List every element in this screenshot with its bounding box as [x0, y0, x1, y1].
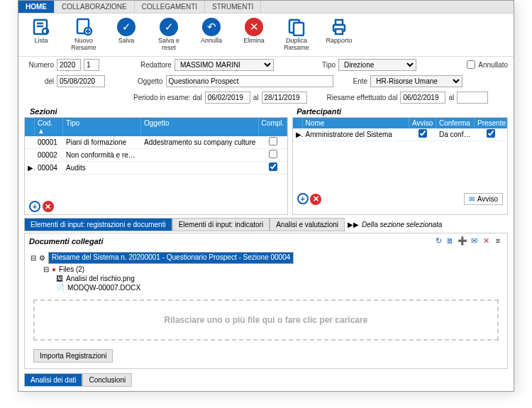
rapporto-button[interactable]: Rapporto [322, 18, 356, 52]
riesame-dal-input[interactable] [400, 92, 445, 104]
numero-label: Numero [24, 61, 54, 69]
elimina-button[interactable]: ✕ Elimina [237, 18, 271, 52]
duplica-button[interactable]: Duplica Riesame [279, 18, 314, 52]
nuovo-riesame-button[interactable]: Nuovo Riesame [67, 18, 101, 52]
table-row[interactable]: ▶ 00004 Audits [25, 162, 287, 175]
riesame-al-input[interactable] [457, 92, 488, 104]
tree-files-folder[interactable]: ⊟ ● Files (2) [43, 265, 501, 274]
row-selector-icon: ▶ [25, 162, 35, 173]
compl-checkbox[interactable] [269, 150, 277, 158]
tab-collegamenti[interactable]: COLLEGAMENTI [135, 1, 205, 13]
label: Nuovo Riesame [67, 38, 101, 52]
tab-home[interactable]: HOME [18, 1, 55, 13]
importa-registrazioni-button[interactable]: Importa Registrazioni [33, 349, 113, 363]
label: Duplica Riesame [279, 38, 314, 52]
al-label-2: al [448, 94, 454, 101]
compl-checkbox[interactable] [269, 137, 277, 145]
subtab-registrazioni[interactable]: Elementi di input: registrazioni e docum… [24, 218, 172, 231]
redattore-label: Redattore [140, 61, 172, 69]
refresh-icon[interactable]: ↻ [433, 236, 443, 246]
table-row[interactable]: ▶ Amministratore del Sistema Da conferm.… [293, 128, 507, 141]
partecipanti-body: ▶ Amministratore del Sistema Da conferm.… [293, 128, 507, 191]
tab-conclusioni[interactable]: Conclusioni [82, 373, 132, 387]
subtab-suffix: Della sezione selezionata [362, 221, 442, 228]
split-panels: Cod. ▲ Tipo Oggetto Compl. 00001 Piani d… [18, 117, 514, 216]
avviso-button[interactable]: ✉ Avviso [464, 193, 503, 205]
add-partecipante-button[interactable]: + [297, 193, 309, 204]
periodo-dal-input[interactable] [205, 92, 250, 104]
col-oggetto[interactable]: Oggetto [141, 118, 259, 136]
subtab-indicatori[interactable]: Elementi di input: indicatori [172, 218, 270, 231]
compl-checkbox[interactable] [269, 162, 277, 171]
ente-select[interactable]: HR-Risorse Umane [370, 75, 462, 87]
salva-reset-button[interactable]: ✓ Salva e reset [152, 18, 186, 52]
col-conferma[interactable]: Conferma [436, 118, 475, 128]
oggetto-input[interactable] [166, 75, 333, 87]
svg-rect-11 [336, 20, 343, 25]
subtab-analisi[interactable]: Analisi e valutazioni [270, 218, 345, 231]
col-presente[interactable]: Presente [475, 118, 507, 128]
mail-doc-icon[interactable]: ✉ [469, 236, 479, 246]
tab-collaborazione[interactable]: COLLABORAZIONE [55, 1, 135, 13]
label: Elimina [243, 38, 265, 45]
col-tipo[interactable]: Tipo [63, 118, 141, 136]
redattore-select[interactable]: MASSIMO MARINI [174, 59, 274, 71]
presente-checkbox[interactable] [487, 129, 495, 138]
main-tabs: HOME COLLABORAZIONE COLLEGAMENTI STRUMEN… [18, 1, 514, 13]
expand-icon[interactable]: ⊟ [43, 265, 49, 273]
salva-button[interactable]: ✓ Salva [109, 18, 143, 52]
riesame-label: Riesame effettuato dal [327, 94, 398, 101]
tab-strumenti[interactable]: STRUMENTI [205, 1, 261, 13]
ente-label: Ente [353, 77, 368, 85]
print-icon [330, 18, 348, 36]
del-date-input[interactable] [57, 75, 105, 87]
input-subtabs: Elementi di input: registrazioni e docum… [24, 218, 508, 231]
annullato-checkbox[interactable] [467, 60, 475, 69]
document-tree: ⊟ ⚙ Riesame del Sistema n. 20200001 - Qu… [25, 248, 507, 295]
periodo-label: Periodo in esame: dal [133, 94, 202, 101]
tree-file[interactable]: 🖼 Analisi del rischio.png [56, 274, 501, 283]
delete-partecipante-button[interactable]: ✕ [310, 194, 321, 205]
lista-button[interactable]: Lista [24, 18, 58, 52]
bottom-tabs: Analisi dei dati Conclusioni [24, 373, 508, 387]
sezioni-header: Cod. ▲ Tipo Oggetto Compl. [25, 118, 287, 136]
document-plus-icon [74, 18, 93, 36]
file-dropzone[interactable]: Rilasciare uno o più file qui o fare cli… [33, 299, 499, 341]
menu-icon[interactable]: ≡ [493, 236, 503, 246]
periodo-al-input[interactable] [262, 92, 307, 104]
table-row[interactable]: 00001 Piani di formazione Addestramento … [25, 136, 287, 149]
col-avviso[interactable]: Avviso [409, 118, 436, 128]
col-cod[interactable]: Cod. ▲ [35, 118, 63, 136]
annulla-button[interactable]: ↶ Annulla [194, 18, 228, 52]
avviso-checkbox[interactable] [419, 129, 427, 138]
word-file-icon: 📄 [56, 284, 65, 292]
new-doc-icon[interactable]: 🗎 [445, 236, 455, 246]
table-row[interactable]: 00002 Non conformità e recl... [25, 149, 287, 162]
partecipanti-title: Partecipanti [291, 106, 508, 117]
folder-icon: ● [52, 265, 56, 273]
tree-root[interactable]: ⊟ ⚙ Riesame del Sistema n. 20200001 - Qu… [31, 251, 501, 265]
form-row-2: del Oggetto Ente HR-Risorse Umane [18, 73, 514, 89]
sezioni-title: Sezioni [24, 106, 287, 117]
toolbar: Lista Nuovo Riesame ✓ Salva ✓ Salva e re… [18, 13, 514, 57]
tree-file[interactable]: 📄 MODQW-00007.DOCX [56, 283, 501, 292]
delete-doc-icon[interactable]: ✕ [481, 236, 491, 246]
seq-input[interactable] [84, 59, 99, 71]
partecipanti-panel: Nome Avviso Conferma Presente ▶ Amminist… [292, 117, 508, 216]
label: Lista [34, 38, 48, 45]
del-label: del [24, 77, 54, 85]
delete-sezione-button[interactable]: ✕ [43, 201, 54, 212]
expand-icon[interactable]: ⊟ [31, 254, 36, 262]
anno-input[interactable] [57, 59, 81, 71]
col-nome[interactable]: Nome [303, 118, 409, 128]
undo-circle-icon: ↶ [202, 18, 221, 36]
add-sezione-button[interactable]: + [29, 201, 40, 212]
tipo-select[interactable]: Direzione [338, 59, 416, 71]
duplicate-icon [287, 18, 306, 36]
svg-rect-9 [294, 23, 304, 35]
documents-title: Documenti collegati [29, 237, 104, 246]
sezioni-panel: Cod. ▲ Tipo Oggetto Compl. 00001 Piani d… [24, 117, 288, 216]
tab-analisi-dati[interactable]: Analisi dei dati [24, 373, 82, 387]
col-compl[interactable]: Compl. [259, 118, 287, 136]
add-doc-icon[interactable]: ➕ [458, 236, 467, 246]
